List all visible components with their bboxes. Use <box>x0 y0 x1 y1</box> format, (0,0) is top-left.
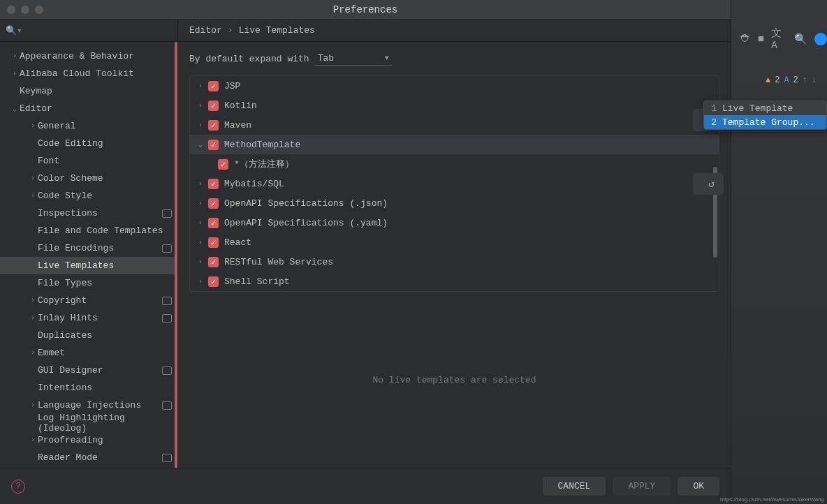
template-group-row[interactable]: ›Mybatis/SQL <box>190 174 719 193</box>
settings-tree-item[interactable]: ›Inlay Hints <box>0 309 177 327</box>
warning-icon[interactable]: ▲ <box>766 75 770 85</box>
tree-item-label: Proofreading <box>38 435 172 445</box>
tree-arrow-icon: › <box>10 70 20 77</box>
template-item-row[interactable]: *（方法注释） <box>190 154 719 174</box>
template-group-row[interactable]: ›Shell Script <box>190 272 719 291</box>
settings-tree-item[interactable]: Inspections <box>0 205 177 222</box>
project-level-badge-icon <box>162 209 172 218</box>
template-group-row[interactable]: ›Maven <box>190 115 719 135</box>
settings-tree-item[interactable]: ›Code Style <box>0 187 177 205</box>
template-group-row[interactable]: ›Kotlin <box>190 96 719 115</box>
group-checkbox[interactable] <box>208 81 219 91</box>
group-arrow-icon[interactable]: › <box>196 278 205 286</box>
template-group-row[interactable]: ›RESTful Web Services <box>190 252 719 272</box>
group-arrow-icon[interactable]: › <box>196 121 205 129</box>
tree-arrow-icon: › <box>28 401 38 409</box>
settings-tree-item[interactable]: Keymap <box>0 82 177 100</box>
settings-tree-item[interactable]: File Types <box>0 274 177 292</box>
stop-icon[interactable]: ■ <box>758 34 764 45</box>
add-template-popup[interactable]: 1Live Template2Template Group... <box>703 101 827 130</box>
group-checkbox[interactable] <box>208 276 219 287</box>
tree-item-label: File Types <box>38 278 172 288</box>
settings-tree-item[interactable]: Live Templates <box>0 257 177 274</box>
group-label: OpenAPI Specifications (.json) <box>224 198 388 209</box>
settings-tree-item[interactable]: ›Copyright <box>0 292 177 309</box>
settings-tree-item[interactable]: Duplicates <box>0 327 177 344</box>
tree-arrow-icon: › <box>28 314 38 322</box>
settings-tree-item[interactable]: ›Color Scheme <box>0 170 177 187</box>
settings-tree-item[interactable]: ›Language Injections <box>0 396 177 414</box>
group-checkbox[interactable] <box>208 179 219 189</box>
group-checkbox[interactable] <box>208 101 219 111</box>
settings-tree-item[interactable]: Intentions <box>0 379 177 396</box>
settings-tree-item[interactable]: ›Emmet <box>0 344 177 362</box>
tree-arrow-icon: › <box>28 122 38 130</box>
group-checkbox[interactable] <box>208 120 219 131</box>
tree-item-label: Duplicates <box>38 330 172 341</box>
translate-icon[interactable]: 文A <box>771 27 787 52</box>
ok-button[interactable]: OK <box>678 477 719 496</box>
tree-item-label: Reader Mode <box>38 452 159 463</box>
settings-tree-item[interactable]: TextMate Bundles <box>0 466 177 468</box>
group-label: Mybatis/SQL <box>224 179 284 189</box>
tree-item-label: Appearance & Behavior <box>20 51 172 61</box>
group-arrow-icon[interactable]: › <box>196 258 205 266</box>
help-button[interactable]: ? <box>11 480 25 494</box>
popup-menu-item[interactable]: 2Template Group... <box>704 115 826 129</box>
group-checkbox[interactable] <box>208 237 219 248</box>
template-groups-list[interactable]: ›JSP›Kotlin›Maven⌄MethodTemplate*（方法注释）›… <box>189 75 719 292</box>
group-arrow-icon[interactable]: › <box>196 239 205 246</box>
template-group-row[interactable]: ›JSP <box>190 76 719 96</box>
settings-tree-item[interactable]: GUI Designer <box>0 362 177 379</box>
prev-highlight-icon[interactable]: ↑ <box>803 75 807 85</box>
settings-tree-item[interactable]: Reader Mode <box>0 449 177 466</box>
template-group-row[interactable]: ›OpenAPI Specifications (.json) <box>190 193 719 213</box>
group-checkbox[interactable] <box>208 218 219 228</box>
settings-tree-item[interactable]: Code Editing <box>0 135 177 152</box>
group-arrow-icon[interactable]: › <box>196 200 205 207</box>
group-checkbox[interactable] <box>208 257 219 267</box>
settings-tree-item[interactable]: ›General <box>0 117 177 135</box>
tree-arrow-icon: ⌄ <box>10 105 20 113</box>
popup-menu-item[interactable]: 1Live Template <box>704 101 826 115</box>
template-group-row[interactable]: ›OpenAPI Specifications (.yaml) <box>190 213 719 232</box>
group-checkbox[interactable] <box>208 140 219 150</box>
preferences-dialog: Preferences 🔍▾ ›Appearance & Behavior›Al… <box>0 0 731 504</box>
tree-arrow-icon: › <box>28 175 38 182</box>
group-arrow-icon[interactable]: › <box>196 180 205 188</box>
expand-with-dropdown[interactable]: Tab ▼ <box>315 52 392 66</box>
template-checkbox[interactable] <box>218 159 228 170</box>
next-highlight-icon[interactable]: ↓ <box>812 75 817 85</box>
popup-item-number: 1 <box>710 103 717 114</box>
tree-arrow-icon: › <box>28 349 38 357</box>
settings-tree-item[interactable]: File Encodings <box>0 239 177 257</box>
breadcrumb-root[interactable]: Editor <box>189 25 222 36</box>
settings-tree-item[interactable]: Log Highlighting (Ideolog) <box>0 414 177 431</box>
typo-icon[interactable]: A <box>784 75 789 85</box>
settings-tree[interactable]: ›Appearance & Behavior›Alibaba Cloud Too… <box>0 42 177 468</box>
search-main-icon[interactable]: 🔍 <box>794 33 807 46</box>
settings-search[interactable]: 🔍▾ <box>0 20 177 42</box>
group-arrow-icon[interactable]: ⌄ <box>196 140 205 149</box>
avatar-icon[interactable] <box>814 33 827 45</box>
tree-item-label: Emmet <box>38 348 172 358</box>
template-group-row[interactable]: ⌄MethodTemplate <box>190 135 719 154</box>
settings-tree-item[interactable]: ›Appearance & Behavior <box>0 47 177 65</box>
group-checkbox[interactable] <box>208 198 219 209</box>
restore-defaults-button[interactable]: ↺ <box>693 173 724 195</box>
watermark: https://blog.csdn.net/AwesomeJokerWang <box>720 496 824 503</box>
settings-tree-item[interactable]: ›Alibaba Cloud Toolkit <box>0 65 177 82</box>
group-arrow-icon[interactable]: › <box>196 82 205 90</box>
settings-tree-item[interactable]: ›Proofreading <box>0 431 177 449</box>
popup-item-number: 2 <box>710 117 717 128</box>
settings-tree-item[interactable]: File and Code Templates <box>0 222 177 239</box>
group-arrow-icon[interactable]: › <box>196 102 205 110</box>
project-level-badge-icon <box>162 454 172 462</box>
template-group-row[interactable]: ›React <box>190 232 719 252</box>
settings-tree-item[interactable]: ⌄Editor <box>0 100 177 117</box>
group-arrow-icon[interactable]: › <box>196 219 205 227</box>
cancel-button[interactable]: CANCEL <box>543 477 606 496</box>
settings-tree-item[interactable]: Font <box>0 152 177 170</box>
hat-icon[interactable]: ⛑ <box>740 33 751 45</box>
group-label: RESTful Web Services <box>224 257 333 267</box>
